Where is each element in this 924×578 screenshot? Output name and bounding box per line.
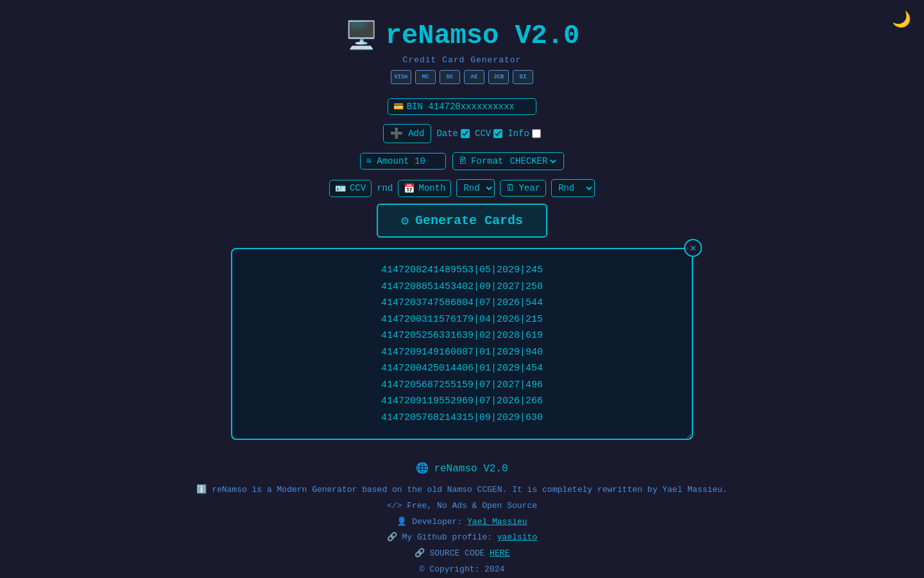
output-line: 4147205768214315|09|2029|630 xyxy=(239,410,685,426)
format-icon: 🖹 xyxy=(458,156,467,166)
globe-icon: 🌐 xyxy=(416,459,429,478)
calendar-icon: 📅 xyxy=(404,183,415,194)
output-line: 4147200425014406|01|2029|454 xyxy=(239,360,685,377)
calendar2-icon: 🗓 xyxy=(506,183,515,193)
discover-icon: DC xyxy=(440,70,460,84)
source-code-link[interactable]: HERE xyxy=(490,548,509,558)
card-icons-row: VISA MC DC AE JCB DI xyxy=(345,70,579,84)
bin-row: 💳 BIN xyxy=(388,98,537,115)
controls-section: 💳 BIN ➕ Add Date CCV Info ≡ Amount xyxy=(329,98,595,197)
info-label: Info xyxy=(508,128,529,139)
footer-title: 🌐 reNamso V2.0 xyxy=(196,459,727,478)
bin-label: BIN xyxy=(407,101,423,112)
bin-input[interactable] xyxy=(428,101,531,112)
date-label: Date xyxy=(436,128,458,139)
github-link[interactable]: yaelsito xyxy=(497,532,537,542)
output-line: 4147209149160007|01|2029|940 xyxy=(239,344,685,361)
app-title: 🖥️ reNamso V2.0 xyxy=(345,19,579,53)
visa-icon: VISA xyxy=(391,70,411,84)
output-container: ✕ 4147208241489553|05|2029|2454147208851… xyxy=(231,248,693,440)
output-line: 4147203747586804|07|2026|544 xyxy=(239,295,685,311)
bin-input-box: 💳 BIN xyxy=(388,98,537,115)
link-icon: 🔗 xyxy=(387,532,397,542)
info-checkbox[interactable] xyxy=(532,129,541,138)
developer-link[interactable]: Yael Massieu xyxy=(467,517,527,527)
code-icon: </> xyxy=(387,501,402,511)
add-box: ➕ Add xyxy=(383,124,431,143)
subtitle: Credit Card Generator xyxy=(345,55,579,65)
date-checkbox-label[interactable]: Date xyxy=(436,128,470,139)
header: 🖥️ reNamso V2.0 Credit Card Generator VI… xyxy=(345,19,579,84)
source-icon: 🔗 xyxy=(415,548,425,558)
github-line: 🔗 My Github profile: yaelsito xyxy=(196,530,727,546)
diners-icon: DI xyxy=(513,70,533,84)
output-line: 4147205687255159|07|2027|496 xyxy=(239,377,685,394)
date-checkbox[interactable] xyxy=(461,129,470,138)
source-code-line: 🔗 SOURCE CODE HERE xyxy=(196,546,727,562)
format-label: Format xyxy=(471,156,503,166)
person-icon: 👤 xyxy=(397,517,407,527)
copyright-line: © Copyright: 2024 xyxy=(196,562,727,578)
credit-card-icon: 🖥️ xyxy=(345,19,378,53)
output-line: 4147205256331639|02|2028|619 xyxy=(239,328,685,344)
footer-description: ℹ️ reNamso is a Modern Generator based o… xyxy=(196,482,727,498)
add-row: ➕ Add Date CCV Info xyxy=(383,124,541,143)
year-label: Year xyxy=(518,183,540,193)
mc-icon: MC xyxy=(415,70,436,84)
output-line: 4147209119552969|07|2026|266 xyxy=(239,393,685,410)
amex-icon: AE xyxy=(464,70,484,84)
ccv-rnd-text: rnd xyxy=(377,183,393,193)
ccv-checkbox[interactable] xyxy=(493,129,502,138)
moon-icon: 🌙 xyxy=(892,12,911,29)
ccv-label: CCV xyxy=(350,183,366,193)
add-label: Add xyxy=(408,128,424,139)
output-line: 4147208241489553|05|2029|245 xyxy=(239,262,685,279)
year-box: 🗓 Year xyxy=(500,180,546,197)
year-select[interactable]: Rnd 202420252026 2027202820292030 xyxy=(551,179,595,197)
info-circle-icon: ℹ️ xyxy=(196,485,207,495)
format-box: 🖹 Format CHECKER PIPE SLASH PLAIN xyxy=(452,152,563,170)
amount-format-row: ≡ Amount 🖹 Format CHECKER PIPE SLASH PLA… xyxy=(360,152,563,170)
month-label: Month xyxy=(418,183,445,193)
generate-label: Generate Cards xyxy=(415,213,523,228)
format-select[interactable]: CHECKER PIPE SLASH PLAIN xyxy=(508,155,558,167)
amount-label: Amount xyxy=(377,156,409,166)
info-checkbox-label[interactable]: Info xyxy=(508,128,541,139)
ccv-month-year-row: 🪪 CCV rnd 📅 Month Rnd 010203 040506 0708… xyxy=(329,179,595,197)
amount-input[interactable] xyxy=(415,156,440,166)
output-box: 4147208241489553|05|2029|245414720885145… xyxy=(231,248,693,440)
output-line: 4147208851453402|09|2027|250 xyxy=(239,279,685,295)
generate-button[interactable]: ⚙ Generate Cards xyxy=(377,204,547,238)
ccv-icon: 🪪 xyxy=(335,183,346,194)
ccv-checkbox-label[interactable]: CCV xyxy=(475,128,502,139)
amount-box: ≡ Amount xyxy=(360,153,446,170)
developer-line: 👤 Developer: Yael Massieu xyxy=(196,514,727,530)
month-box: 📅 Month xyxy=(398,180,451,197)
list-icon: ≡ xyxy=(366,156,371,166)
ccv-box: 🪪 CCV xyxy=(329,180,372,197)
footer: 🌐 reNamso V2.0 ℹ️ reNamso is a Modern Ge… xyxy=(196,459,727,578)
dark-mode-toggle[interactable]: 🌙 xyxy=(892,10,911,29)
output-line: 4147200311576179|04|2026|215 xyxy=(239,311,685,328)
credit-card-small-icon: 💳 xyxy=(393,101,404,112)
jcb-icon: JCB xyxy=(488,70,509,84)
plus-icon: ➕ xyxy=(390,127,403,140)
open-source-line: </> Free, No Ads & Open Source xyxy=(196,498,727,514)
month-select[interactable]: Rnd 010203 040506 070809 101112 xyxy=(456,179,495,197)
gear-icon: ⚙ xyxy=(401,213,409,229)
close-button[interactable]: ✕ xyxy=(684,239,702,257)
ccv-add-label: CCV xyxy=(475,128,491,139)
